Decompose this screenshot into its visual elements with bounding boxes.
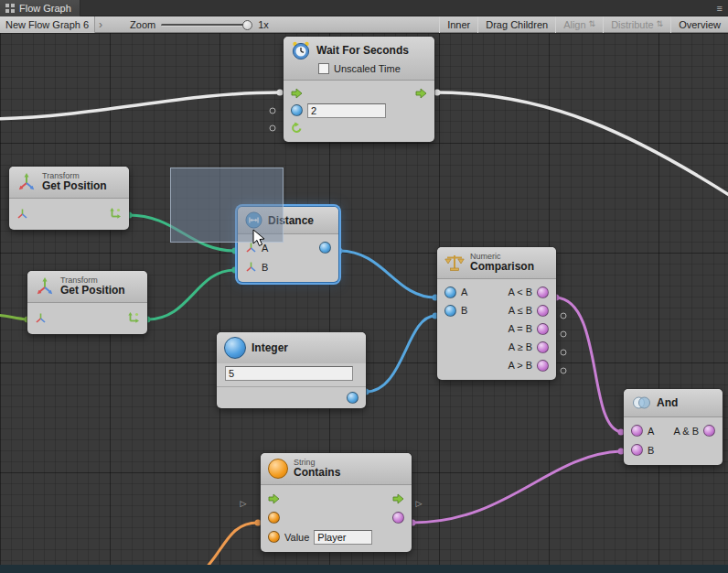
port-row: A > B bbox=[437, 356, 556, 374]
zoom-slider-track bbox=[161, 24, 247, 27]
node-title: Get Position bbox=[60, 285, 125, 297]
comparison-output-equal-port[interactable] bbox=[537, 323, 549, 335]
comparison-input-a-port[interactable] bbox=[444, 286, 456, 298]
overview-button[interactable]: Overview bbox=[671, 16, 728, 33]
vector3-output-port-icon[interactable] bbox=[109, 207, 122, 220]
value-port-row: Value bbox=[261, 527, 412, 546]
distribute-button[interactable]: Distribute ⇅ bbox=[604, 16, 670, 33]
output-label: A = B bbox=[508, 323, 532, 334]
port-label-b: B bbox=[262, 262, 268, 273]
node-title: Contains bbox=[294, 467, 340, 480]
node-integer[interactable]: Integer bbox=[217, 332, 366, 408]
wire-offscreen-to-getposition2[interactable] bbox=[0, 315, 27, 319]
output-label: A & B bbox=[673, 426, 699, 437]
zoom-slider[interactable] bbox=[161, 18, 252, 31]
transform-gizmo-icon bbox=[35, 276, 55, 297]
unconnected-port-indicator bbox=[561, 331, 567, 338]
wire-getposition2-to-distance-b[interactable] bbox=[147, 270, 235, 319]
integer-value-input[interactable] bbox=[225, 366, 353, 381]
port-row: A A < B bbox=[437, 283, 556, 301]
wire-flow-out[interactable] bbox=[437, 92, 728, 198]
node-numeric-comparison[interactable]: Numeric Comparison A A < B B A ≤ B bbox=[437, 247, 556, 380]
align-dropdown-icon: ⇅ bbox=[589, 20, 596, 28]
graph-canvas[interactable]: ▷ ▷ Wait For Seconds Unscaled Time bbox=[0, 33, 728, 565]
contains-value-input[interactable] bbox=[314, 530, 372, 545]
integer-output-port[interactable] bbox=[347, 392, 359, 404]
venn-and-icon bbox=[631, 394, 651, 412]
wire-endpoint bbox=[434, 90, 441, 96]
node-and[interactable]: And A A & B B bbox=[624, 389, 723, 465]
align-button[interactable]: Align ⇅ bbox=[556, 16, 603, 33]
port-row bbox=[9, 202, 129, 224]
wire-offscreen-to-contains[interactable] bbox=[203, 523, 258, 565]
inner-button-label: Inner bbox=[447, 19, 470, 30]
comparison-input-b-port[interactable] bbox=[444, 305, 456, 317]
titlebar: Flow Graph ≡ bbox=[0, 0, 728, 16]
node-get-position-2[interactable]: Transform Get Position bbox=[27, 271, 147, 334]
contains-value-port[interactable] bbox=[268, 531, 280, 543]
flow-out-port-icon[interactable] bbox=[415, 88, 427, 99]
zoom-slider-knob[interactable] bbox=[242, 20, 252, 30]
contains-target-port[interactable] bbox=[268, 512, 280, 524]
port-row bbox=[27, 307, 147, 329]
flow-in-port-icon[interactable] bbox=[268, 493, 280, 504]
coroutine-port-row bbox=[284, 119, 434, 136]
unconnected-port-indicator bbox=[270, 125, 276, 132]
seconds-input[interactable] bbox=[307, 103, 386, 118]
comparison-output-greaterequal-port[interactable] bbox=[537, 341, 549, 353]
wire-contains-to-and-b[interactable] bbox=[412, 451, 621, 523]
coroutine-loop-icon[interactable] bbox=[291, 122, 303, 134]
port-label-a: A bbox=[648, 426, 654, 437]
unconnected-port-indicator bbox=[561, 368, 567, 374]
comparison-output-lessequal-port[interactable] bbox=[537, 305, 549, 317]
contains-result-port[interactable] bbox=[392, 512, 404, 524]
integer-icon bbox=[224, 337, 246, 359]
wire-flow-in[interactable] bbox=[0, 92, 280, 119]
flow-in-port-icon[interactable] bbox=[291, 88, 303, 99]
bottom-bar bbox=[0, 565, 728, 573]
window-tab[interactable]: Flow Graph bbox=[0, 0, 80, 16]
toolbar-buttons: Inner Drag Children Align ⇅ Distribute ⇅… bbox=[439, 16, 728, 33]
and-input-a-port[interactable] bbox=[631, 425, 643, 437]
comparison-output-greater-port[interactable] bbox=[537, 360, 549, 372]
clock-icon bbox=[291, 40, 311, 60]
align-button-label: Align bbox=[563, 19, 585, 30]
breadcrumb[interactable]: New Flow Graph 6 bbox=[0, 16, 95, 33]
port-row: A = B bbox=[437, 319, 556, 338]
overview-button-label: Overview bbox=[679, 19, 721, 30]
distance-output-port[interactable] bbox=[319, 242, 331, 254]
vector3-input-port-icon[interactable] bbox=[245, 261, 257, 273]
unconnected-port-indicator bbox=[270, 108, 276, 114]
wire-distance-to-comparison-a[interactable] bbox=[339, 251, 435, 297]
window-menu-icon[interactable]: ≡ bbox=[717, 3, 723, 14]
target-port-row bbox=[261, 508, 412, 527]
unconnected-port-indicator bbox=[561, 313, 567, 319]
string-icon bbox=[268, 459, 288, 479]
output-label: A ≥ B bbox=[509, 341, 532, 352]
unscaled-time-checkbox[interactable] bbox=[318, 63, 329, 74]
and-input-b-port[interactable] bbox=[631, 444, 643, 456]
port-label-b: B bbox=[461, 305, 467, 316]
seconds-port[interactable] bbox=[291, 104, 303, 116]
zoom-value: 1x bbox=[258, 19, 269, 30]
node-get-position-1[interactable]: Transform Get Position bbox=[9, 167, 129, 230]
flow-graph-icon bbox=[5, 3, 16, 14]
node-wait-for-seconds[interactable]: Wait For Seconds Unscaled Time bbox=[284, 37, 434, 142]
wire-integer-to-comparison-b[interactable] bbox=[366, 316, 435, 392]
node-title: Get Position bbox=[42, 180, 107, 193]
flow-port-row bbox=[261, 489, 412, 508]
inner-button[interactable]: Inner bbox=[440, 16, 477, 33]
drag-children-button[interactable]: Drag Children bbox=[478, 16, 555, 33]
drag-children-button-label: Drag Children bbox=[486, 19, 548, 30]
flow-out-port-icon[interactable] bbox=[392, 493, 404, 504]
comparison-output-less-port[interactable] bbox=[537, 286, 549, 298]
zoom-label: Zoom bbox=[130, 19, 155, 30]
and-output-port[interactable] bbox=[703, 425, 715, 437]
value-label: Value bbox=[284, 532, 309, 543]
vector3-output-port-icon[interactable] bbox=[127, 311, 140, 324]
port-row: B A ≤ B bbox=[437, 301, 556, 319]
node-string-contains[interactable]: String Contains bbox=[261, 453, 412, 552]
transform-input-port-icon[interactable] bbox=[35, 312, 47, 324]
transform-input-port-icon[interactable] bbox=[16, 208, 28, 220]
seconds-port-row bbox=[284, 102, 434, 119]
